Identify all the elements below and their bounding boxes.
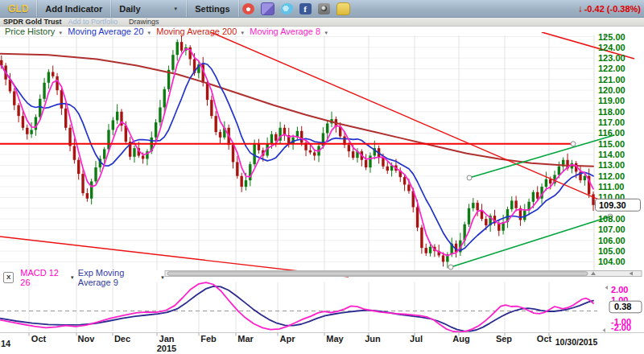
security-name: SPDR Gold Trust: [3, 18, 62, 26]
chevron-down-icon: ▼: [147, 31, 151, 35]
svg-text:Aug: Aug: [452, 334, 469, 344]
down-arrow-icon: ↓: [578, 3, 583, 14]
chevron-down-icon: ▼: [70, 275, 75, 280]
svg-text:112.00: 112.00: [598, 171, 625, 181]
chart-hscrollbar-thumb[interactable]: [167, 272, 588, 276]
macd-dropdown[interactable]: MACD 12 26: [20, 268, 64, 287]
svg-text:108.00: 108.00: [598, 214, 625, 224]
chevron-down-icon: ▼: [240, 31, 245, 35]
svg-text:Jan: Jan: [159, 334, 175, 344]
svg-text:0.38: 0.38: [614, 302, 631, 311]
close-indicator-button[interactable]: X: [3, 272, 14, 283]
chat-icon[interactable]: [336, 2, 350, 15]
timeframe-value: Daily: [119, 4, 167, 14]
legend-ma8-label: Moving Average 8: [250, 27, 320, 36]
signal-dropdown[interactable]: Exp Moving Average 9: [78, 268, 155, 287]
change-value: -0.42 (-0.38%): [584, 4, 641, 14]
svg-text:-2.00: -2.00: [611, 323, 631, 332]
twitter-icon[interactable]: [281, 3, 293, 14]
legend-ma20-label: Moving Average 20: [68, 27, 143, 36]
symbol-label: GLD: [0, 0, 37, 17]
legend-ma200[interactable]: Moving Average 200▼: [156, 27, 245, 36]
add-to-portfolio-link[interactable]: Add to Portfolio: [68, 18, 118, 26]
svg-text:118.00: 118.00: [598, 107, 625, 117]
add-indicator-label: Add Indicator: [45, 4, 102, 14]
svg-text:Oct: Oct: [537, 334, 552, 344]
svg-text:May: May: [326, 334, 344, 344]
drawing-handle[interactable]: [448, 265, 453, 270]
svg-text:114.00: 114.00: [598, 150, 625, 159]
indicator-header: X MACD 12 26 ▼ Exp Moving Average 9 ▼: [0, 271, 165, 283]
quote-change: ↓ -0.42 (-0.38%): [578, 3, 644, 14]
svg-text:105.00: 105.00: [598, 246, 625, 256]
svg-text:117.00: 117.00: [598, 117, 625, 127]
price-axis[interactable]: 125.00124.00123.00122.00121.00120.00119.…: [598, 32, 625, 266]
legend-price-history-label: Price History: [5, 27, 55, 36]
svg-text:2015: 2015: [157, 344, 176, 353]
cube-icon[interactable]: [261, 2, 275, 15]
chevron-down-icon: ▼: [324, 31, 328, 35]
svg-text:Oct: Oct: [31, 334, 47, 344]
macd-value-label: 0.38: [609, 301, 642, 313]
settings-button[interactable]: Settings: [187, 0, 238, 17]
svg-text:107.00: 107.00: [598, 224, 625, 234]
drawing-handle[interactable]: [571, 142, 576, 146]
svg-text:122.00: 122.00: [598, 64, 625, 73]
svg-text:Sep: Sep: [496, 334, 512, 344]
alarm-icon[interactable]: [242, 3, 254, 14]
camera-icon[interactable]: [318, 3, 330, 14]
svg-text:2.00: 2.00: [611, 285, 628, 294]
svg-text:116.00: 116.00: [598, 128, 625, 138]
chevron-down-icon: ▼: [58, 31, 63, 35]
svg-text:Jun: Jun: [365, 334, 381, 344]
svg-text:Apr: Apr: [280, 334, 296, 344]
svg-text:14: 14: [1, 339, 11, 348]
app-window: { "toolbar": { "symbol": "GLD", "add_ind…: [0, 0, 644, 354]
svg-text:115.00: 115.00: [598, 139, 625, 149]
svg-text:106.00: 106.00: [598, 236, 625, 245]
svg-text:120.00: 120.00: [598, 85, 625, 95]
svg-text:Feb: Feb: [200, 334, 217, 344]
svg-text:111.00: 111.00: [598, 182, 624, 191]
timeframe-select[interactable]: Daily ▼: [111, 0, 187, 17]
macd-label: MACD 12 26: [20, 268, 59, 287]
signal-label: Exp Moving Average 9: [78, 268, 124, 287]
chart-canvas[interactable]: 125.00124.00123.00122.00121.00120.00119.…: [0, 32, 644, 354]
svg-text:121.00: 121.00: [598, 75, 625, 84]
svg-text:113.00: 113.00: [598, 160, 625, 170]
svg-text:123.00: 123.00: [598, 53, 625, 63]
add-indicator-button[interactable]: Add Indicator: [37, 0, 111, 17]
facebook-icon[interactable]: f: [299, 3, 312, 14]
drawing-handle[interactable]: [467, 175, 472, 180]
legend-price-history[interactable]: Price History▼: [5, 27, 63, 36]
legend-ma8[interactable]: Moving Average 8▼: [250, 27, 328, 36]
macd-pane: [0, 282, 600, 332]
plot-legend: Price History▼ Moving Average 20▼ Moving…: [0, 26, 612, 37]
svg-text:Nov: Nov: [78, 334, 96, 344]
settings-label: Settings: [195, 4, 229, 14]
chevron-down-icon: ▼: [160, 275, 165, 280]
svg-text:104.00: 104.00: [598, 257, 625, 266]
chevron-down-icon: ▼: [173, 6, 178, 11]
svg-text:Dec: Dec: [114, 334, 130, 344]
time-axis[interactable]: OctNovDecJanFebMarAprMayJunJulAugSepOct2…: [0, 333, 644, 354]
svg-text:10/30/2015: 10/30/2015: [555, 337, 598, 347]
current-price-label: 109.30: [596, 199, 641, 211]
pane-splitter[interactable]: [165, 271, 642, 277]
candles: [0, 35, 595, 268]
svg-text:109.30: 109.30: [599, 200, 626, 210]
svg-text:119.00: 119.00: [598, 96, 625, 105]
svg-text:Jul: Jul: [410, 334, 423, 344]
legend-ma200-label: Moving Average 200: [156, 27, 237, 36]
svg-text:Mar: Mar: [237, 334, 254, 344]
top-toolbar: GLD Add Indicator Daily ▼ Settings f ↓ -…: [0, 0, 644, 18]
drawings-tab[interactable]: Drawings: [129, 18, 159, 26]
svg-text:124.00: 124.00: [598, 43, 625, 52]
legend-ma20[interactable]: Moving Average 20▼: [68, 27, 151, 36]
